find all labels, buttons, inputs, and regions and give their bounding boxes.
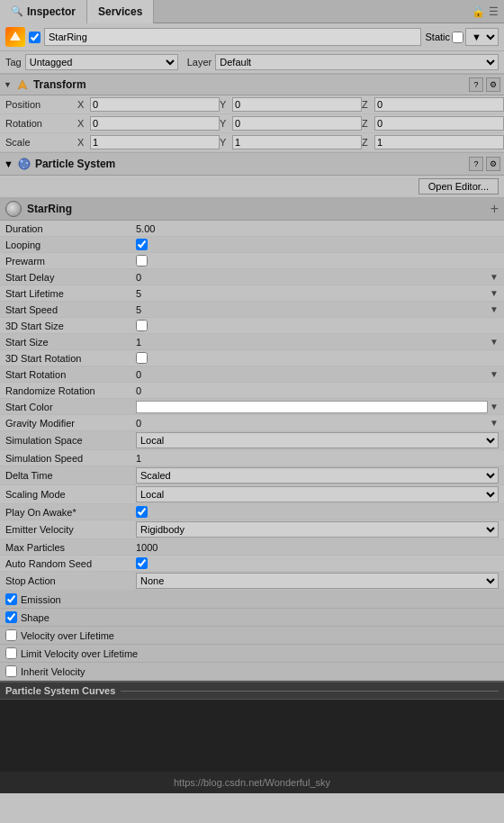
property-color-11[interactable]: [136, 401, 488, 413]
property-value-10: 0: [136, 385, 499, 396]
property-label-12: Gravity Modifier: [5, 418, 136, 429]
position-y-label: Y: [220, 99, 232, 110]
static-dropdown[interactable]: ▼: [465, 28, 499, 46]
menu-icon[interactable]: ☰: [489, 5, 499, 18]
property-checkbox-empty-8[interactable]: [136, 352, 148, 364]
tab-inspector[interactable]: 🔍 Inspector: [0, 0, 87, 23]
starring-header: StarRing +: [0, 198, 504, 221]
property-row-9: Start Rotation0▼: [0, 366, 504, 383]
starring-title: StarRing: [27, 203, 72, 215]
property-label-3: Start Delay: [5, 272, 136, 283]
property-value-9: 0: [136, 369, 488, 380]
property-select-18[interactable]: Rigidbody: [136, 521, 499, 538]
module-checkbox-0[interactable]: [5, 593, 17, 605]
property-dropdown-arrow-4[interactable]: ▼: [490, 288, 499, 298]
property-label-21: Stop Action: [5, 575, 136, 586]
property-label-4: Start Lifetime: [5, 288, 136, 299]
object-enabled-checkbox[interactable]: [29, 32, 40, 43]
property-row-16: Scaling ModeLocal: [0, 485, 504, 504]
property-label-1: Looping: [5, 240, 136, 250]
property-label-14: Simulation Speed: [5, 453, 136, 464]
svg-point-2: [20, 160, 22, 163]
rotation-y-input[interactable]: [232, 116, 362, 131]
ps-icon: [17, 157, 32, 171]
module-checkbox-2[interactable]: [5, 629, 17, 641]
rotation-x-input[interactable]: [90, 116, 220, 131]
svg-marker-0: [10, 32, 21, 41]
scale-y-input[interactable]: [232, 135, 362, 149]
ps-settings-btn[interactable]: ⚙: [486, 157, 500, 171]
property-select-13[interactable]: Local: [136, 432, 499, 448]
module-label-4: Inherit Velocity: [21, 666, 86, 677]
property-row-14: Simulation Speed1: [0, 450, 504, 466]
position-z-input[interactable]: [374, 97, 504, 112]
property-checkbox-17[interactable]: [136, 506, 148, 518]
scale-x-input[interactable]: [90, 135, 220, 149]
scale-label: Scale: [5, 137, 77, 148]
rotation-x-label: X: [77, 118, 90, 129]
property-checkbox-empty-6[interactable]: [136, 320, 148, 331]
property-row-13: Simulation SpaceLocal: [0, 431, 504, 450]
property-row-20: Auto Random Seed: [0, 556, 504, 572]
module-checkbox-1[interactable]: [5, 611, 17, 623]
layer-select[interactable]: Default: [215, 54, 499, 70]
transform-help-btn[interactable]: ?: [469, 77, 483, 92]
property-select-16[interactable]: Local: [136, 486, 499, 502]
tag-select[interactable]: Untagged: [25, 54, 178, 70]
position-x-input[interactable]: [90, 97, 220, 112]
lock-icon[interactable]: 🔒: [472, 5, 485, 18]
transform-settings-btn[interactable]: ⚙: [486, 77, 500, 92]
property-label-17: Play On Awake*: [5, 507, 136, 518]
ps-help-btn[interactable]: ?: [469, 157, 483, 171]
plus-button[interactable]: +: [490, 201, 499, 217]
property-label-0: Duration: [5, 223, 136, 234]
object-name-input[interactable]: [44, 28, 421, 46]
rotation-z-input[interactable]: [374, 116, 504, 131]
property-label-19: Max Particles: [5, 542, 136, 553]
position-y-input[interactable]: [232, 97, 362, 112]
module-label-3: Limit Velocity over Lifetime: [21, 648, 138, 659]
property-row-11: Start Color▼: [0, 399, 504, 415]
static-checkbox[interactable]: [452, 32, 464, 43]
curves-body: [0, 700, 504, 772]
object-header: Static ▼: [0, 23, 504, 51]
property-dropdown-arrow-9[interactable]: ▼: [490, 369, 499, 379]
property-dropdown-arrow-5[interactable]: ▼: [490, 304, 499, 314]
property-select-15[interactable]: Scaled: [136, 467, 499, 484]
property-label-15: Delta Time: [5, 470, 136, 481]
scale-y-label: Y: [220, 137, 232, 148]
property-label-10: Randomize Rotation: [5, 385, 136, 396]
property-dropdown-arrow-7[interactable]: ▼: [490, 337, 499, 347]
tab-services[interactable]: Services: [87, 0, 154, 23]
property-label-20: Auto Random Seed: [5, 558, 136, 569]
module-checkbox-3[interactable]: [5, 647, 17, 659]
property-checkbox-20[interactable]: [136, 557, 148, 569]
property-label-2: Prewarm: [5, 256, 136, 267]
property-select-21[interactable]: None: [136, 573, 499, 589]
property-row-12: Gravity Modifier0▼: [0, 415, 504, 431]
property-row-19: Max Particles1000: [0, 539, 504, 556]
property-row-15: Delta TimeScaled: [0, 466, 504, 485]
scale-z-input[interactable]: [374, 135, 504, 149]
property-row-4: Start Lifetime5▼: [0, 285, 504, 302]
property-label-6: 3D Start Size: [5, 321, 136, 331]
module-row-3: Limit Velocity over Lifetime: [0, 645, 504, 663]
property-row-5: Start Speed5▼: [0, 302, 504, 318]
property-value-7: 1: [136, 337, 488, 348]
property-dropdown-arrow-12[interactable]: ▼: [490, 418, 499, 428]
position-label: Position: [5, 99, 77, 110]
static-label: Static: [425, 32, 450, 42]
tag-layer-row: Tag Untagged Layer Default: [0, 51, 504, 74]
open-editor-button[interactable]: Open Editor...: [418, 178, 499, 194]
property-checkbox-empty-2[interactable]: [136, 255, 148, 267]
services-tab-label: Services: [98, 5, 142, 18]
property-dropdown-arrow-3[interactable]: ▼: [490, 272, 499, 282]
property-row-8: 3D Start Rotation: [0, 350, 504, 366]
tag-label: Tag: [5, 57, 22, 68]
rotation-label: Rotation: [5, 118, 77, 129]
property-row-0: Duration5.00: [0, 221, 504, 237]
module-checkbox-4[interactable]: [5, 665, 17, 677]
property-checkbox-1[interactable]: [136, 239, 148, 250]
tab-bar: 🔍 Inspector Services 🔒 ☰: [0, 0, 504, 23]
property-row-18: Emitter VelocityRigidbody: [0, 520, 504, 539]
